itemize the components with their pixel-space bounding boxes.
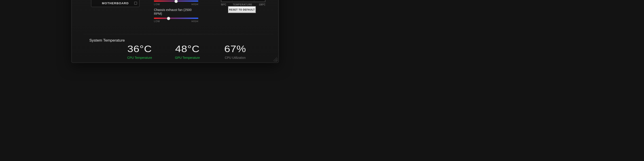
chassis-exhaust-fan-row: Chassis exhaust fan (2500 RPM) LOW HIGH (154, 8, 198, 23)
chart-grid-icon (222, 0, 265, 2)
gpu-temperature-metric: 48°C GPU Temperature (170, 44, 204, 60)
reset-to-default-button[interactable]: RESET TO DEFAULT (228, 6, 256, 13)
fan-curve-plot[interactable] (221, 0, 266, 2)
chart-xmax: 100°C (259, 3, 266, 6)
system-temperature-metrics: 36°C CPU Temperature 48°C GPU Temperatur… (123, 44, 252, 60)
chart-y0-label: 0% (216, 0, 219, 0)
gpu-temperature-value: 48°C (169, 44, 206, 54)
chassis-exhaust-slider[interactable] (154, 18, 198, 19)
chart-x-labels: 50°C TEMPERATURE 100°C (221, 3, 266, 6)
system-temperature-heading: System Temperature (89, 38, 125, 42)
chassis-exhaust-knob[interactable] (167, 16, 170, 20)
motherboard-card[interactable]: MOTHERBOARD (91, 0, 140, 7)
chart-xmin: 50°C (221, 3, 226, 6)
thermal-panel: MOTHERBOARD LOW HIGH Chassis intake fan … (71, 0, 279, 63)
cpu-utilization-label: CPU Utilization (218, 56, 252, 60)
gpu-temperature-label: GPU Temperature (170, 56, 204, 60)
fan-curve-chart: 0% 50°C TEMPERATURE 100°C (216, 0, 268, 13)
motherboard-checkbox[interactable] (134, 2, 137, 5)
resize-grip-icon[interactable] (274, 58, 278, 62)
cpu-utilization-metric: 67% CPU Utilization (218, 44, 252, 60)
chassis-intake-fan-row: Chassis intake fan (2500 RPM) LOW HIGH (154, 0, 198, 5)
motherboard-label: MOTHERBOARD (92, 1, 139, 5)
chassis-exhaust-labels: LOW HIGH (154, 20, 198, 22)
chart-xlabel: TEMPERATURE (226, 3, 259, 6)
section-divider (84, 34, 273, 34)
high-label: HIGH (192, 20, 198, 22)
low-label: LOW (154, 20, 160, 22)
cpu-utilization-value: 67% (217, 44, 254, 54)
chassis-intake-knob[interactable] (174, 0, 178, 3)
chassis-intake-labels: LOW HIGH (154, 3, 198, 5)
chassis-intake-slider[interactable] (154, 0, 198, 2)
high-label: HIGH (192, 3, 198, 5)
cpu-temperature-value: 36°C (121, 44, 158, 54)
low-label: LOW (154, 3, 160, 5)
chassis-exhaust-title: Chassis exhaust fan (2500 RPM) (154, 8, 198, 16)
fan-controls: Chassis intake fan (2500 RPM) LOW HIGH C… (154, 0, 198, 25)
cpu-temperature-metric: 36°C CPU Temperature (123, 44, 156, 60)
cpu-temperature-label: CPU Temperature (123, 56, 156, 60)
